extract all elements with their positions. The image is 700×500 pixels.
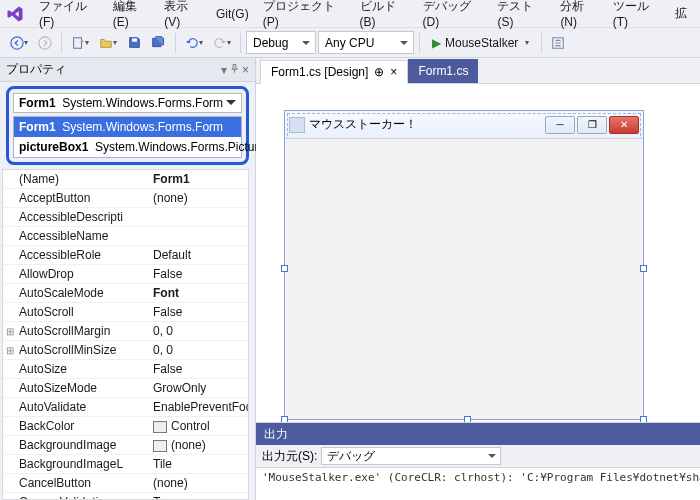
tab-pin-icon[interactable]: ⊕: [374, 65, 384, 79]
property-row[interactable]: AccessibleRoleDefault: [3, 246, 248, 265]
property-name: BackgroundImageL: [17, 457, 149, 471]
form-window[interactable]: マウスストーカー！ ─ ❐ ✕: [284, 110, 644, 420]
menu-edit[interactable]: 編集(E): [106, 0, 158, 29]
property-row[interactable]: AutoScaleModeFont: [3, 284, 248, 303]
designer-surface[interactable]: マウスストーカー！ ─ ❐ ✕: [256, 84, 700, 422]
property-value[interactable]: Control: [149, 419, 248, 433]
menu-debug[interactable]: デバッグ(D): [416, 0, 491, 29]
object-option-form1[interactable]: Form1 System.Windows.Forms.Form: [14, 117, 241, 137]
tab-design[interactable]: Form1.cs [Design] ⊕ ×: [260, 60, 408, 84]
property-value[interactable]: EnablePreventFocus: [149, 400, 248, 414]
panel-menu-icon[interactable]: ▾: [221, 63, 227, 77]
menu-view[interactable]: 表示(V): [157, 0, 209, 29]
property-value[interactable]: Font: [149, 286, 248, 300]
property-row[interactable]: AccessibleName: [3, 227, 248, 246]
object-selector-list: Form1 System.Windows.Forms.Form pictureB…: [13, 116, 242, 158]
property-name: CancelButton: [17, 476, 149, 490]
output-source-label: 出力元(S):: [262, 448, 317, 465]
new-file-button[interactable]: ▾: [67, 32, 93, 54]
property-name: AutoSize: [17, 362, 149, 376]
open-button[interactable]: ▾: [95, 32, 121, 54]
config-dropdown[interactable]: Debug: [246, 31, 316, 54]
property-row[interactable]: BackColorControl: [3, 417, 248, 436]
nav-fwd-button[interactable]: [34, 32, 56, 54]
property-name: AllowDrop: [17, 267, 149, 281]
property-value[interactable]: 0, 0: [149, 324, 248, 338]
menu-git[interactable]: Git(G): [209, 7, 256, 21]
property-name: AccessibleRole: [17, 248, 149, 262]
property-value[interactable]: Form1: [149, 172, 248, 186]
toolbar-more-button[interactable]: [547, 32, 569, 54]
undo-button[interactable]: ▾: [181, 32, 207, 54]
output-text[interactable]: 'MouseStalker.exe' (CoreCLR: clrhost): '…: [256, 467, 700, 500]
expand-icon[interactable]: ⊞: [3, 326, 17, 337]
expand-icon[interactable]: ⊞: [3, 345, 17, 356]
property-row[interactable]: AccessibleDescripti: [3, 208, 248, 227]
output-source-dropdown[interactable]: デバッグ: [321, 447, 501, 465]
close-panel-icon[interactable]: ×: [242, 63, 249, 77]
platform-dropdown[interactable]: Any CPU: [318, 31, 414, 54]
object-selector[interactable]: Form1 System.Windows.Forms.Form Form1 Sy…: [6, 86, 249, 165]
property-value[interactable]: Default: [149, 248, 248, 262]
property-row[interactable]: AllowDropFalse: [3, 265, 248, 284]
property-value[interactable]: False: [149, 267, 248, 281]
property-value[interactable]: 0, 0: [149, 343, 248, 357]
property-row[interactable]: BackgroundImageLTile: [3, 455, 248, 474]
property-row[interactable]: CausesValidationTrue: [3, 493, 248, 500]
property-row[interactable]: ⊞AutoScrollMargin0, 0: [3, 322, 248, 341]
form-client-area[interactable]: [285, 139, 643, 419]
form-titlebar: マウスストーカー！ ─ ❐ ✕: [285, 111, 643, 139]
menu-file[interactable]: ファイル(F): [32, 0, 106, 29]
property-grid[interactable]: (Name)Form1AcceptButton(none)AccessibleD…: [2, 169, 249, 500]
property-name: AutoScaleMode: [17, 286, 149, 300]
object-selector-current[interactable]: Form1 System.Windows.Forms.Form: [13, 93, 242, 113]
property-value[interactable]: False: [149, 305, 248, 319]
menu-project[interactable]: プロジェクト(P): [256, 0, 353, 29]
nav-back-button[interactable]: ▾: [6, 32, 32, 54]
minimize-icon[interactable]: ─: [545, 116, 575, 134]
svg-rect-2: [74, 37, 82, 48]
tab-code[interactable]: Form1.cs: [408, 59, 478, 83]
property-row[interactable]: AutoScrollFalse: [3, 303, 248, 322]
property-name: AutoScroll: [17, 305, 149, 319]
form-icon: [289, 117, 305, 133]
close-icon[interactable]: ✕: [609, 116, 639, 134]
property-row[interactable]: AutoSizeModeGrowOnly: [3, 379, 248, 398]
property-value[interactable]: Tile: [149, 457, 248, 471]
pin-icon[interactable]: [229, 63, 240, 77]
color-swatch-icon: [153, 440, 167, 452]
menu-tools[interactable]: ツール(T): [606, 0, 668, 29]
property-value[interactable]: (none): [149, 476, 248, 490]
property-value[interactable]: GrowOnly: [149, 381, 248, 395]
maximize-icon[interactable]: ❐: [577, 116, 607, 134]
property-row[interactable]: AcceptButton(none): [3, 189, 248, 208]
property-value[interactable]: (none): [149, 191, 248, 205]
property-row[interactable]: ⊞AutoScrollMinSize0, 0: [3, 341, 248, 360]
menu-build[interactable]: ビルド(B): [353, 0, 416, 29]
object-option-picturebox1[interactable]: pictureBox1 System.Windows.Forms.Picture…: [14, 137, 241, 157]
form-title: マウスストーカー！: [309, 116, 417, 133]
property-value[interactable]: False: [149, 362, 248, 376]
property-value[interactable]: (none): [149, 438, 248, 452]
property-row[interactable]: AutoValidateEnablePreventFocus: [3, 398, 248, 417]
property-row[interactable]: CancelButton(none): [3, 474, 248, 493]
properties-panel: プロパティ ▾ × Form1 System.Windows.Forms.For…: [0, 58, 256, 500]
property-name: AutoScrollMargin: [17, 324, 149, 338]
property-value[interactable]: True: [149, 495, 248, 500]
property-row[interactable]: AutoSizeFalse: [3, 360, 248, 379]
menu-extensions[interactable]: 拡: [668, 5, 694, 22]
tab-label: Form1.cs: [418, 64, 468, 78]
property-name: AutoValidate: [17, 400, 149, 414]
save-button[interactable]: [123, 32, 145, 54]
run-button[interactable]: ▶MouseStalker▾: [425, 32, 536, 54]
menu-analyze[interactable]: 分析(N): [553, 0, 605, 29]
property-row[interactable]: (Name)Form1: [3, 170, 248, 189]
property-row[interactable]: BackgroundImage(none): [3, 436, 248, 455]
save-all-button[interactable]: [147, 32, 170, 54]
vs-logo-icon: [6, 5, 24, 23]
property-name: AcceptButton: [17, 191, 149, 205]
menu-test[interactable]: テスト(S): [490, 0, 553, 29]
property-name: AccessibleName: [17, 229, 149, 243]
tab-close-icon[interactable]: ×: [390, 65, 397, 79]
redo-button[interactable]: ▾: [209, 32, 235, 54]
